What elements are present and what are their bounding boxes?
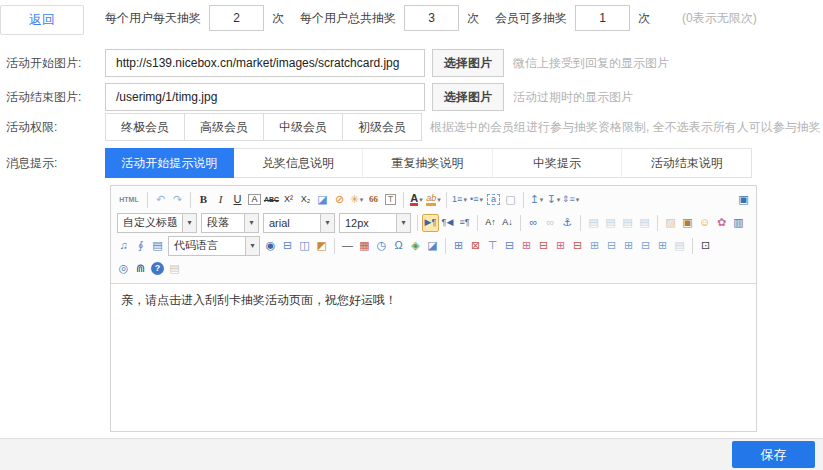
save-button[interactable]: 保存 — [732, 441, 815, 468]
delete-row-icon[interactable]: ⊟ — [535, 237, 552, 255]
insert-music-icon[interactable]: ♫ — [115, 237, 132, 255]
anchor-icon[interactable]: ⚓ — [559, 214, 576, 232]
source-code-icon[interactable]: HTML — [115, 191, 143, 209]
custom-title-select[interactable]: 自定义标题▾ — [117, 213, 197, 233]
code-language-select[interactable]: 代码语言▾ — [168, 236, 260, 256]
insert-col-icon[interactable]: ⊞ — [552, 237, 569, 255]
insert-image-icon[interactable]: ▣ — [679, 214, 696, 232]
chevron-down-icon[interactable]: ▾ — [479, 196, 483, 203]
justify-justify-icon[interactable]: ▤ — [636, 214, 653, 232]
text-indent-icon[interactable]: ≡¶ — [456, 214, 473, 232]
paste-icon[interactable]: ▤ — [166, 260, 183, 278]
undo-icon[interactable]: ↶ — [152, 191, 169, 209]
insert-chart-icon[interactable]: ◪ — [424, 237, 441, 255]
redo-icon[interactable]: ↷ — [169, 191, 186, 209]
merge-cells-icon[interactable]: ⊞ — [586, 237, 603, 255]
ordered-list-icon[interactable]: 1≡▾ — [451, 191, 468, 209]
chevron-down-icon[interactable]: ▾ — [463, 196, 467, 203]
print-icon[interactable]: ⊡ — [697, 237, 714, 255]
table-title-icon[interactable]: ⊤ — [484, 237, 501, 255]
chevron-down-icon[interactable]: ▾ — [244, 214, 258, 232]
table-sort-icon[interactable]: ▤ — [671, 237, 688, 255]
member-extra-draw-input[interactable] — [575, 5, 630, 31]
find-replace-icon[interactable]: ⋒ — [132, 260, 149, 278]
tab-activity-start[interactable]: 活动开始提示说明 — [105, 148, 234, 178]
remove-format-icon[interactable]: ◪ — [314, 191, 331, 209]
superscript-icon[interactable]: X² — [280, 191, 297, 209]
member-option-2[interactable]: 中级会员 — [263, 113, 343, 141]
char-border-icon[interactable]: A — [246, 191, 263, 209]
font-family-select[interactable]: arial▾ — [263, 213, 335, 233]
merge-down-icon[interactable]: ⊞ — [620, 237, 637, 255]
daily-draw-input[interactable] — [209, 5, 264, 31]
unordered-list-icon[interactable]: •≡▾ — [468, 191, 485, 209]
line-height-icon[interactable]: ⇕≡▾ — [562, 191, 579, 209]
link-icon[interactable]: ∞ — [525, 214, 542, 232]
unlink-icon[interactable]: ∞ — [542, 214, 559, 232]
horizontal-rule-icon[interactable]: — — [339, 237, 356, 255]
underline-icon[interactable]: U — [229, 191, 246, 209]
chevron-down-icon[interactable]: ▾ — [540, 196, 544, 203]
font-color-icon[interactable]: A▾ — [408, 191, 425, 209]
image-placeholder-icon[interactable]: ▨ — [662, 214, 679, 232]
chevron-down-icon[interactable]: ▾ — [360, 196, 364, 203]
auto-typeset-icon[interactable]: ✳▾ — [348, 191, 365, 209]
insert-date-icon[interactable]: ▦ — [356, 237, 373, 255]
member-option-1[interactable]: 高级会员 — [184, 113, 264, 141]
total-draw-input[interactable] — [404, 5, 459, 31]
insert-map-icon[interactable]: ◈ — [407, 237, 424, 255]
word-import-icon[interactable]: ▤ — [149, 237, 166, 255]
tab-redeem-info[interactable]: 兑奖信息说明 — [234, 149, 364, 177]
background-color-icon[interactable]: ab▾ — [425, 191, 442, 209]
clear-doc-icon[interactable]: ▢ — [502, 191, 519, 209]
start-image-pick-button[interactable]: 选择图片 — [432, 49, 504, 77]
scrawl-icon[interactable]: ✿ — [713, 214, 730, 232]
chevron-down-icon[interactable]: ▾ — [245, 237, 259, 255]
font-size-select[interactable]: 12px▾ — [339, 213, 411, 233]
font-size-down-icon[interactable]: A↓ — [499, 214, 516, 232]
member-option-0[interactable]: 终极会员 — [105, 113, 185, 141]
special-char-icon[interactable]: Ω — [390, 237, 407, 255]
back-button[interactable]: 返回 — [0, 5, 84, 35]
justify-left-icon[interactable]: ▤ — [585, 214, 602, 232]
tab-win-prize[interactable]: 中奖提示 — [493, 149, 623, 177]
fullscreen-icon[interactable]: ▣ — [735, 191, 752, 209]
split-to-cols-icon[interactable]: ⊞ — [654, 237, 671, 255]
anchor-name-icon[interactable]: a — [485, 191, 502, 209]
end-image-url-input[interactable] — [105, 83, 425, 111]
blockquote-icon[interactable]: 66 — [365, 191, 382, 209]
paragraph-select[interactable]: 段落▾ — [201, 213, 259, 233]
split-to-rows-icon[interactable]: ⊟ — [637, 237, 654, 255]
emotion-icon[interactable]: ☺ — [696, 214, 713, 232]
insert-time-icon[interactable]: ◷ — [373, 237, 390, 255]
strikethrough-icon[interactable]: ABC — [263, 191, 280, 209]
chevron-down-icon[interactable]: ▾ — [419, 196, 423, 203]
format-brush-icon[interactable]: ⊘ — [331, 191, 348, 209]
chevron-down-icon[interactable]: ▾ — [320, 214, 334, 232]
justify-right-icon[interactable]: ▤ — [619, 214, 636, 232]
subscript-icon[interactable]: X₂ — [297, 191, 314, 209]
bold-icon[interactable]: B — [195, 191, 212, 209]
attachment-icon[interactable]: ∮ — [132, 237, 149, 255]
snapshot-icon[interactable]: ◩ — [313, 237, 330, 255]
merge-right-icon[interactable]: ⊟ — [603, 237, 620, 255]
delete-col-icon[interactable]: ⊟ — [569, 237, 586, 255]
paste-plain-icon[interactable]: T — [382, 191, 399, 209]
tab-repeat-draw[interactable]: 重复抽奖说明 — [363, 149, 493, 177]
chevron-down-icon[interactable]: ▾ — [396, 214, 410, 232]
insert-table-icon[interactable]: ⊞ — [450, 237, 467, 255]
insert-code-icon[interactable]: ◉ — [262, 237, 279, 255]
insert-caption-icon[interactable]: ⊟ — [501, 237, 518, 255]
member-option-3[interactable]: 初级会员 — [342, 113, 422, 141]
tab-activity-end[interactable]: 活动结束说明 — [622, 149, 751, 177]
rtl-paragraph-icon[interactable]: ¶◀ — [439, 214, 456, 232]
paragraph-space-after-icon[interactable]: ↧▾ — [545, 191, 562, 209]
start-image-url-input[interactable] — [105, 49, 425, 77]
font-size-up-icon[interactable]: A↑ — [482, 214, 499, 232]
chevron-down-icon[interactable]: ▾ — [557, 196, 561, 203]
insert-video-icon[interactable]: ▥ — [730, 214, 747, 232]
chevron-down-icon[interactable]: ▾ — [576, 196, 580, 203]
ltr-paragraph-icon[interactable]: ▶¶ — [422, 214, 439, 232]
editor-content[interactable]: 亲，请点击进入刮刮卡抽奖活动页面，祝您好运哦！ — [111, 284, 756, 431]
preview-icon[interactable]: ◎ — [115, 260, 132, 278]
